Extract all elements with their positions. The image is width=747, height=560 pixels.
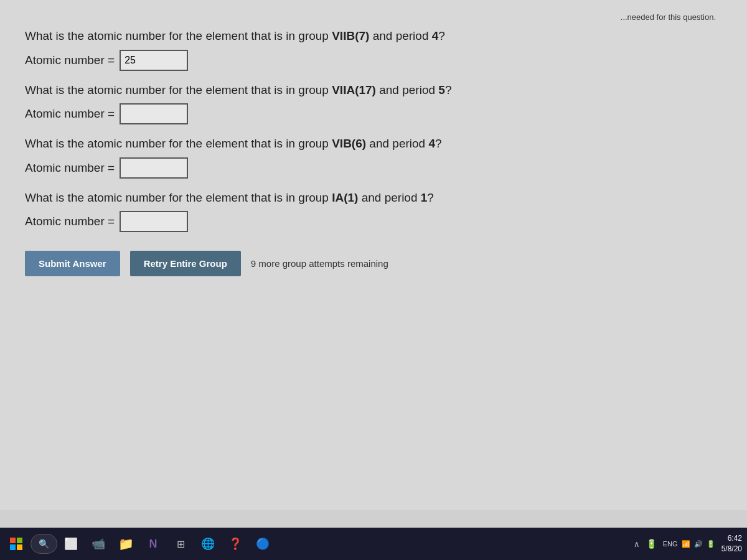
answer-row-3: Atomic number = [25,157,722,179]
question-block-1: What is the atomic number for the elemen… [25,28,722,71]
answer-label-1: Atomic number = [25,54,115,67]
question-block-2: What is the atomic number for the elemen… [25,82,722,125]
attempts-remaining-text: 9 more group attempts remaining [251,258,388,269]
file-explorer-button[interactable]: 📁 [115,533,137,555]
q3-text-end: ? [435,137,442,150]
battery-status-icon: 🔋 [707,540,715,548]
task-view-icon: ⬜ [64,537,78,551]
q2-group: VIIA(17) [332,83,376,96]
taskbar-left: 🔍 ⬜ 📹 📁 N ⊞ 🌐 ❓ 🔵 [5,533,274,555]
taskbar-search-bar[interactable]: 🔍 [31,534,57,554]
answer-input-3[interactable] [120,157,188,179]
q3-text-between: and period [366,137,428,150]
q2-text-before: What is the atomic number for the elemen… [25,83,332,96]
language-label: ENG [663,540,678,548]
top-note: ...needed for this question. [621,12,716,22]
q2-text-end: ? [445,83,452,96]
wifi-icon: 📶 [682,540,690,548]
current-time: 6:42 [721,533,742,544]
q2-period: 5 [438,83,445,96]
search-icon: 🔍 [39,539,49,549]
system-tray-expand-button[interactable]: ∧ [634,539,640,549]
top-bar: ...needed for this question. [25,12,722,22]
q1-text-end: ? [438,29,445,42]
question-text-3: What is the atomic number for the elemen… [25,136,722,152]
edge-browser-button[interactable]: 🌐 [197,533,219,555]
edge-icon: 🌐 [201,537,215,551]
q1-text-between: and period [369,29,431,42]
answer-row-4: Atomic number = [25,211,722,232]
answer-input-2[interactable] [120,103,188,124]
video-call-button[interactable]: 📹 [87,533,110,555]
retry-entire-group-button[interactable]: Retry Entire Group [130,251,241,276]
answer-row-2: Atomic number = [25,103,722,124]
windows-logo-icon [10,538,22,550]
q3-group: VIB(6) [332,137,366,150]
apps-grid-icon: ⊞ [177,538,185,550]
system-icons: ENG 📶 🔊 🔋 [663,540,715,548]
onenote-button[interactable]: N [142,533,164,555]
chrome-icon: 🔵 [256,537,270,551]
apps-grid-button[interactable]: ⊞ [169,533,192,555]
folder-icon: 📁 [118,536,134,551]
answer-input-1[interactable] [120,50,188,71]
current-date: 5/8/20 [721,544,742,554]
answer-label-4: Atomic number = [25,215,115,228]
q1-text-before: What is the atomic number for the elemen… [25,29,332,42]
question-text-2: What is the atomic number for the elemen… [25,82,722,99]
windows-start-button[interactable] [5,533,27,555]
answer-input-4[interactable] [120,211,188,232]
search-taskbar-button[interactable]: 🔍 [32,533,55,555]
answer-label-3: Atomic number = [25,161,115,175]
question-block-4: What is the atomic number for the elemen… [25,190,722,233]
q4-text-between: and period [358,191,420,204]
main-content: ...needed for this question. What is the… [0,0,747,510]
q4-text-before: What is the atomic number for the elemen… [25,191,332,204]
question-text-4: What is the atomic number for the elemen… [25,190,722,207]
q4-period: 1 [421,191,428,204]
question-text-1: What is the atomic number for the elemen… [25,28,722,45]
q1-period: 4 [432,29,439,42]
q3-text-before: What is the atomic number for the elemen… [25,137,332,150]
clock: 6:42 5/8/20 [721,533,742,554]
battery-icon: 🔋 [646,539,657,549]
taskbar-right: ∧ 🔋 ENG 📶 🔊 🔋 6:42 5/8/20 [634,533,742,554]
onenote-icon: N [149,538,157,551]
help-button[interactable]: ❓ [224,533,247,555]
button-row: Submit Answer Retry Entire Group 9 more … [25,251,722,276]
q4-group: IA(1) [332,191,358,204]
submit-answer-button[interactable]: Submit Answer [25,251,120,276]
q1-group: VIIB(7) [332,29,369,42]
q2-text-between: and period [376,83,438,96]
q4-text-end: ? [427,191,434,204]
volume-icon: 🔊 [694,540,703,548]
help-icon: ❓ [228,537,242,551]
q3-period: 4 [428,137,435,150]
task-view-button[interactable]: ⬜ [60,533,82,555]
chrome-button[interactable]: 🔵 [251,533,274,555]
taskbar: 🔍 ⬜ 📹 📁 N ⊞ 🌐 ❓ 🔵 ∧ 🔋 ENG [0,528,747,560]
answer-label-2: Atomic number = [25,107,115,121]
answer-row-1: Atomic number = [25,50,722,71]
video-icon: 📹 [92,537,105,551]
question-block-3: What is the atomic number for the elemen… [25,136,722,179]
